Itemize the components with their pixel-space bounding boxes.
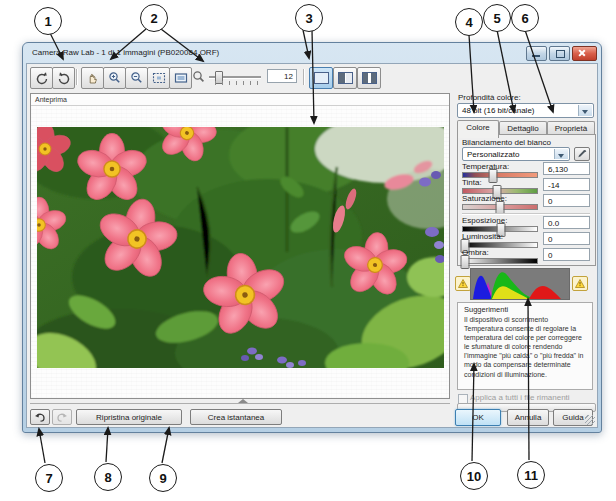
cancel-button[interactable]: Annulla: [507, 409, 549, 426]
minimize-icon: [532, 55, 540, 57]
callout-2: 2: [140, 4, 168, 32]
rotate-left-icon: [35, 71, 49, 85]
camera-raw-lab-dialog: Camera Raw Lab - 1 di 1 immagini (PB0200…: [22, 42, 602, 433]
view-mode-full-button[interactable]: [309, 67, 333, 89]
callout-10: 10: [460, 462, 488, 490]
pan-hand-icon: [86, 71, 100, 85]
eyedropper-button[interactable]: [574, 147, 590, 161]
resize-grip[interactable]: [585, 415, 595, 425]
maximize-button[interactable]: [549, 46, 570, 61]
tips-box: Suggerimenti Il dispositivo di scorrimen…: [457, 302, 593, 390]
histogram: [470, 268, 570, 300]
saturation-value[interactable]: 0: [543, 194, 590, 207]
temperature-value[interactable]: 6,130: [543, 162, 590, 175]
chevron-down-icon[interactable]: [554, 149, 568, 159]
white-balance-combo[interactable]: Personalizzato: [462, 147, 570, 161]
tab-colore[interactable]: Colore: [457, 120, 499, 138]
minimize-button[interactable]: [526, 46, 547, 61]
callout-11: 11: [517, 461, 545, 489]
tint-label: Tinta:: [462, 178, 482, 187]
zoom-in-button[interactable]: [103, 67, 126, 89]
warning-icon: [458, 279, 468, 288]
rotate-right-icon: [57, 71, 71, 85]
shadow-slider[interactable]: [462, 258, 538, 264]
callout-4: 4: [455, 8, 483, 36]
saturation-slider[interactable]: [462, 204, 538, 210]
create-snapshot-button[interactable]: Crea istantanea: [190, 409, 282, 425]
shadow-value[interactable]: 0: [543, 248, 590, 261]
apply-all-label: Applica a tutti i file rimanenti: [470, 393, 570, 402]
callout-6: 6: [511, 4, 539, 32]
eyedropper-icon: [577, 149, 587, 159]
slider-thumb[interactable]: [461, 255, 470, 269]
zoom-100-icon: [174, 71, 188, 85]
brightness-value[interactable]: 0: [543, 232, 590, 245]
pan-button[interactable]: [81, 67, 104, 89]
zoom-fit-icon: [152, 71, 166, 85]
zoom-tool-icon: [192, 70, 206, 84]
preview-splitter[interactable]: [30, 403, 450, 404]
zoom-100-button[interactable]: [169, 67, 192, 89]
tips-title: Suggerimenti: [464, 305, 508, 314]
view-mode-split-button[interactable]: [333, 67, 357, 89]
tips-text: Il dispositivo di scorrimento Temperatur…: [464, 315, 586, 379]
callout-7: 7: [35, 464, 63, 492]
splitter-handle-icon[interactable]: [238, 399, 248, 403]
preview-label: Anteprima: [31, 94, 449, 106]
maximize-icon: [556, 50, 565, 58]
color-depth-label: Profondità colore:: [458, 93, 521, 102]
undo-icon: [34, 412, 46, 422]
rotate-right-button[interactable]: [52, 67, 75, 89]
split-preview-icon: [338, 72, 353, 84]
flower-photo: [37, 127, 444, 368]
dual-preview-icon: [362, 72, 377, 84]
preview-photo[interactable]: [37, 127, 444, 368]
undo-button[interactable]: [30, 409, 50, 425]
preview-panel: Anteprima: [30, 93, 450, 399]
white-balance-label: Bilanciamento del bianco: [462, 138, 551, 147]
shadow-clipping-warning-button[interactable]: [455, 276, 471, 291]
callout-9: 9: [149, 464, 177, 492]
reset-original-button[interactable]: Ripristina originale: [76, 409, 182, 425]
chevron-down-icon[interactable]: [578, 105, 592, 116]
rotate-left-button[interactable]: [30, 67, 53, 89]
color-depth-combo[interactable]: 48 bit (16 bit/canale): [457, 103, 594, 118]
slider-thumb[interactable]: [488, 169, 497, 183]
redo-button[interactable]: [52, 409, 72, 425]
callout-1: 1: [34, 7, 62, 35]
toolbar-separator: [303, 69, 305, 85]
highlight-clipping-warning-button[interactable]: [572, 276, 588, 291]
tint-value[interactable]: -14: [543, 178, 590, 191]
callout-5: 5: [483, 4, 511, 32]
callout-8: 8: [94, 463, 122, 491]
exposure-value[interactable]: 0.0: [543, 216, 590, 229]
ok-button[interactable]: OK: [455, 409, 501, 426]
dialog-body: 12 Anteprima: [26, 63, 598, 428]
full-preview-icon: [314, 72, 329, 84]
window-title: Camera Raw Lab - 1 di 1 immagini (PB0200…: [32, 48, 219, 57]
redo-icon: [56, 412, 68, 422]
histogram-chart: [471, 269, 569, 299]
zoom-slider[interactable]: [209, 76, 261, 79]
view-mode-dual-button[interactable]: [357, 67, 381, 89]
zoom-value-field[interactable]: 12: [267, 69, 297, 83]
zoom-in-icon: [108, 71, 122, 85]
zoom-out-icon: [130, 71, 144, 85]
temperature-label: Temperatura:: [462, 162, 509, 171]
callout-3: 3: [295, 4, 323, 32]
preview-canvas[interactable]: [31, 106, 449, 398]
zoom-out-button[interactable]: [125, 67, 148, 89]
zoom-slider-ticks: [209, 81, 261, 85]
toolbar-separator: [76, 69, 78, 85]
titlebar[interactable]: Camera Raw Lab - 1 di 1 immagini (PB0200…: [23, 43, 601, 63]
zoom-to-fit-button[interactable]: [147, 67, 170, 89]
slider-separator: [462, 213, 590, 215]
warning-icon: [575, 279, 585, 288]
close-button[interactable]: [572, 46, 597, 61]
